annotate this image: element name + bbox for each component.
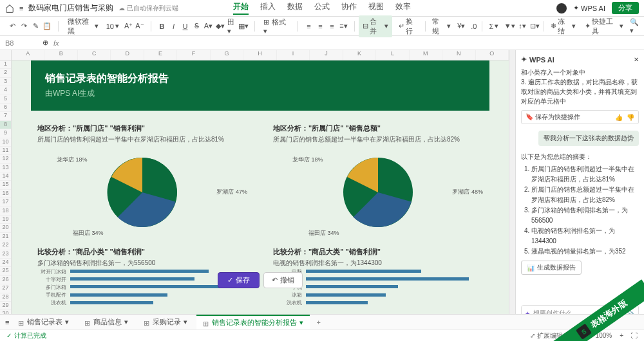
format-button[interactable]: ⊞ 格式▾ (261, 16, 290, 37)
row-header[interactable]: 15 (0, 181, 11, 189)
row-header[interactable]: 2 (0, 69, 11, 77)
search-icon[interactable]: 🔍▾ (630, 22, 639, 31)
menu-tab-data[interactable]: 数据 (287, 1, 303, 15)
merge-button[interactable]: ⊟ 合并▾ (359, 15, 392, 37)
fill-color-icon[interactable]: ◆▾ (216, 22, 225, 31)
undo-icon[interactable]: ↶ (8, 22, 17, 31)
row-header[interactable]: 5 (0, 95, 11, 104)
home-icon[interactable] (5, 4, 14, 13)
valign-icon[interactable]: ≡▾ (339, 22, 348, 31)
column-header[interactable]: G (211, 50, 243, 60)
align-center-icon[interactable]: ≡ (316, 22, 325, 31)
row-header[interactable]: 25 (0, 267, 11, 275)
align-left-icon[interactable]: ≡ (304, 22, 313, 31)
row-header[interactable]: 29 (0, 302, 11, 310)
fx-icon[interactable]: fx (53, 39, 59, 47)
column-header[interactable]: J (310, 50, 343, 60)
sum-button[interactable]: Σ▾ (486, 21, 501, 32)
column-header[interactable]: K (343, 50, 376, 60)
thumbs-down-icon[interactable]: 👎 (627, 114, 634, 121)
sort-icon[interactable]: ↕▾ (518, 22, 526, 31)
font-color-icon[interactable]: A▾ (204, 22, 213, 31)
row-header[interactable]: 12 (0, 155, 11, 163)
row-header[interactable]: 14 (0, 172, 11, 181)
column-header[interactable]: I (277, 50, 310, 60)
row-header[interactable]: 11 (0, 147, 11, 155)
row-header[interactable]: 24 (0, 259, 11, 267)
row-header[interactable]: 1 (0, 60, 11, 69)
find-icon[interactable]: ⊡▾ (531, 22, 540, 31)
cell-style-icon[interactable]: ▦▾ (239, 22, 248, 31)
row-header[interactable]: 26 (0, 276, 11, 284)
sheet-tab[interactable]: ⊞商品信息 ▾ (78, 315, 135, 329)
fx-expand-icon[interactable]: ⊕ (43, 39, 48, 47)
row-header[interactable]: 9 (0, 129, 11, 138)
generate-report-button[interactable]: 📊 生成数据报告 (521, 261, 582, 275)
format-painter-icon[interactable]: ✎ (31, 22, 40, 31)
avatar[interactable] (556, 3, 567, 14)
underline-icon[interactable]: U (181, 22, 190, 31)
row-header[interactable]: 10 (0, 138, 11, 147)
bold-icon[interactable]: B (158, 22, 167, 31)
row-header[interactable]: 21 (0, 233, 11, 241)
align-right-icon[interactable]: ≡ (327, 22, 336, 31)
strike-icon[interactable]: S̶ (193, 22, 202, 31)
column-header[interactable]: C (78, 50, 111, 60)
paste-icon[interactable]: 📋 (43, 22, 52, 31)
menu-tab-collab[interactable]: 协作 (341, 1, 357, 15)
zoom-in-icon[interactable]: + (620, 332, 623, 339)
row-header[interactable]: 16 (0, 190, 11, 198)
column-header[interactable]: M (410, 50, 442, 60)
column-header[interactable]: L (376, 50, 409, 60)
column-header[interactable]: D (111, 50, 144, 60)
add-sheet-button[interactable]: + (312, 318, 324, 326)
column-header[interactable]: B (44, 50, 77, 60)
menu-tab-insert[interactable]: 插入 (260, 1, 276, 15)
column-header[interactable]: O (476, 50, 509, 60)
column-header[interactable]: A (12, 50, 44, 60)
menu-tab-formula[interactable]: 公式 (314, 1, 330, 15)
formula-input[interactable] (64, 39, 639, 47)
row-header[interactable]: 18 (0, 207, 11, 216)
font-name-select[interactable]: 微软雅黑 ▾ (65, 15, 101, 37)
currency-icon[interactable]: ¥▾ (457, 22, 466, 31)
row-header[interactable]: 3 (0, 78, 11, 86)
thumbs-up-icon[interactable]: 👍 (615, 114, 623, 121)
sheet-tab[interactable]: ⊞采购记录 ▾ (137, 315, 194, 329)
font-size-select[interactable]: 10 ▾ (104, 21, 122, 32)
redo-icon[interactable]: ↷ (19, 22, 28, 31)
revert-button[interactable]: ↶ 撤销 (263, 272, 303, 288)
save-button[interactable]: ✓ 保存 (218, 272, 260, 288)
row-header[interactable]: 4 (0, 86, 11, 95)
row-header[interactable]: 27 (0, 284, 11, 293)
row-header[interactable]: 22 (0, 241, 11, 250)
menu-tab-efficiency[interactable]: 效率 (395, 1, 411, 15)
sheet-tab-active[interactable]: ⊞销售记录表的智能分析报告 ▾ (196, 315, 310, 329)
menu-tab-start[interactable]: 开始 (233, 1, 249, 15)
row-header[interactable]: 28 (0, 293, 11, 302)
sheet-list-icon[interactable]: ≡ (5, 318, 9, 326)
column-header[interactable]: E (144, 50, 177, 60)
row-header[interactable]: 13 (0, 164, 11, 172)
font-decrease-icon[interactable]: A⁻ (135, 22, 144, 31)
menu-icon[interactable]: ≡ (19, 5, 23, 12)
wps-ai-button[interactable]: ✦ WPS AI (573, 4, 605, 12)
share-button[interactable]: 分享 (612, 2, 639, 14)
number-format-select[interactable]: 常规▾ (430, 15, 453, 37)
decimal-inc-icon[interactable]: .0 (469, 22, 478, 31)
row-header[interactable]: 8 (0, 121, 11, 129)
row-header[interactable]: 6 (0, 104, 11, 112)
italic-icon[interactable]: I (169, 22, 178, 31)
freeze-button[interactable]: ❄ 冻结▾ (548, 15, 578, 37)
border-icon[interactable]: 田▾ (227, 22, 236, 31)
cell-reference[interactable]: B8 (5, 39, 37, 47)
row-header[interactable]: 17 (0, 198, 11, 207)
font-increase-icon[interactable]: A⁺ (124, 22, 133, 31)
menu-tab-view[interactable]: 视图 (368, 1, 384, 15)
sheet-tab[interactable]: ⊞销售记录表 ▾ (12, 315, 75, 329)
column-header[interactable]: H (243, 50, 276, 60)
row-header[interactable]: 7 (0, 112, 11, 120)
save-quick-op-button[interactable]: 🔖 保存为快捷操作 👍👎 (521, 110, 639, 124)
row-header[interactable]: 19 (0, 216, 11, 224)
wrap-button[interactable]: ↵ 换行 (396, 15, 422, 37)
